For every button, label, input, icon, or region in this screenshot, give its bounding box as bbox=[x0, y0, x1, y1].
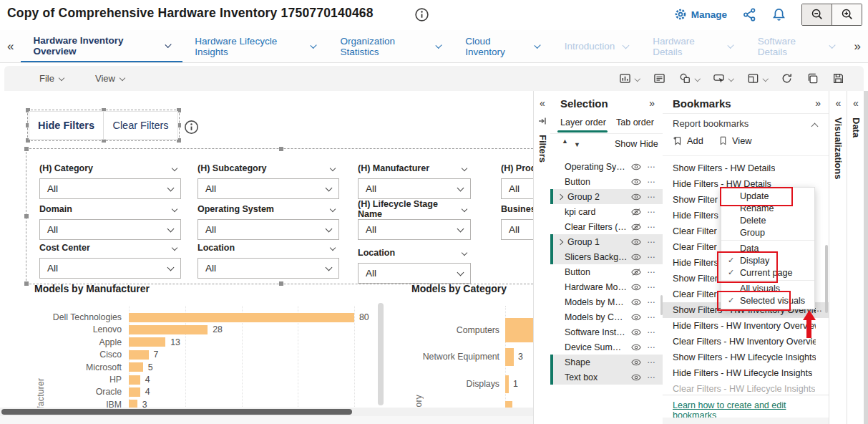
visibility-eye-icon[interactable] bbox=[631, 238, 641, 246]
layer-item-models-by-category[interactable]: Models by Category… bbox=[550, 309, 663, 324]
more-options-icon[interactable]: … bbox=[647, 220, 655, 230]
menu-item-selected-visuals[interactable]: ✓Selected visuals bbox=[721, 294, 814, 307]
visibility-eye-icon[interactable] bbox=[631, 178, 641, 186]
pin-pane-icon[interactable] bbox=[537, 116, 547, 126]
show-all-button[interactable]: Show bbox=[615, 139, 637, 149]
slicer-dropdown-h-subcategory[interactable]: All bbox=[198, 178, 339, 199]
menu-item-current-page[interactable]: ✓Current page bbox=[721, 266, 814, 279]
visibility-eye-icon[interactable] bbox=[631, 253, 641, 261]
tab-tab-order[interactable]: Tab order bbox=[616, 117, 654, 127]
layer-item-slicers-background-te[interactable]: Slicers Background Te...… bbox=[550, 249, 663, 264]
bar-oracle[interactable] bbox=[129, 387, 140, 397]
bar-cisco[interactable] bbox=[129, 350, 149, 360]
bookmark-show-filters-hw-lifecycle-insights-12[interactable]: Show Filters - HW Lifecycle Insights bbox=[663, 350, 829, 365]
more-options-icon[interactable]: … bbox=[647, 265, 655, 275]
view-menu[interactable]: View bbox=[95, 73, 125, 84]
page-tab-organization-statistics[interactable]: Organization Statistics bbox=[328, 30, 453, 62]
menu-item-data[interactable]: Data bbox=[721, 242, 814, 254]
slicer-dropdown-operating-system[interactable]: All bbox=[198, 219, 339, 240]
more-options-icon[interactable]: … bbox=[647, 355, 655, 365]
data-pane-collapsed[interactable]: « Data bbox=[847, 91, 864, 424]
chevron-down-icon[interactable] bbox=[694, 76, 700, 82]
layer-item-operating-system-su[interactable]: Operating System Su...… bbox=[550, 159, 663, 174]
chevron-down-icon[interactable] bbox=[165, 41, 172, 48]
visualizations-rail-label[interactable]: Visualizations bbox=[833, 117, 844, 179]
layer-item-models-by-manufact[interactable]: Models by Manufact...… bbox=[550, 294, 663, 309]
notifications-bell-icon[interactable] bbox=[772, 8, 786, 21]
bar-hp[interactable] bbox=[129, 375, 140, 385]
chevron-down-icon[interactable] bbox=[829, 42, 837, 49]
slicer-dropdown-h-lifecycle-stage-name[interactable]: All bbox=[358, 219, 471, 240]
visibility-eye-icon[interactable] bbox=[631, 373, 641, 382]
collapse-selection-pane-icon[interactable]: » bbox=[649, 97, 655, 109]
resize-handle[interactable] bbox=[279, 147, 283, 151]
move-layer-down-icon[interactable]: ▼ bbox=[574, 141, 580, 148]
visibility-eye-icon[interactable] bbox=[631, 328, 641, 337]
more-options-icon[interactable]: … bbox=[647, 295, 655, 305]
more-options-icon[interactable]: … bbox=[647, 340, 655, 350]
bar-displays[interactable] bbox=[505, 375, 509, 393]
expand-visualizations-icon[interactable]: « bbox=[834, 97, 843, 109]
share-icon[interactable] bbox=[743, 8, 756, 21]
slicer-dropdown-h-category[interactable]: All bbox=[39, 178, 181, 199]
page-tab-introduction[interactable]: Introduction bbox=[552, 30, 641, 62]
slicer-dropdown-h-manufacturer[interactable]: All bbox=[358, 178, 471, 199]
buttons-button[interactable] bbox=[709, 72, 737, 85]
bookmarks-scrollbar-thumb[interactable] bbox=[825, 245, 828, 313]
visibility-eye-icon[interactable] bbox=[631, 343, 641, 352]
chevron-down-icon[interactable] bbox=[172, 206, 177, 212]
slicer-dropdown-domain[interactable]: All bbox=[39, 219, 181, 240]
hide-all-button[interactable]: Hide bbox=[640, 139, 658, 149]
manage-button[interactable]: Manage bbox=[674, 8, 727, 21]
duplicate-page-button[interactable] bbox=[803, 72, 822, 85]
scroll-tabs-left-icon[interactable]: « bbox=[0, 30, 21, 62]
more-options-icon[interactable]: … bbox=[647, 160, 655, 170]
page-tab-hardware-lifecycle-insights[interactable]: Hardware Lifecycle Insights bbox=[182, 30, 328, 62]
expand-group-icon[interactable] bbox=[557, 193, 563, 199]
refresh-button[interactable] bbox=[777, 72, 796, 85]
resize-handle[interactable] bbox=[24, 147, 29, 151]
menu-item-group[interactable]: Group bbox=[721, 226, 814, 238]
chevron-down-icon[interactable] bbox=[623, 42, 630, 49]
zoom-in-button[interactable] bbox=[832, 4, 862, 25]
slicer-dropdown-h-product[interactable]: All bbox=[501, 178, 534, 199]
more-options-icon[interactable]: … bbox=[647, 205, 655, 215]
tab-layer-order[interactable]: Layer order bbox=[560, 117, 606, 127]
zoom-out-button[interactable] bbox=[802, 4, 832, 25]
expand-filters-icon[interactable]: « bbox=[538, 97, 547, 109]
resize-handle[interactable] bbox=[279, 281, 283, 286]
page-view-button[interactable] bbox=[743, 72, 771, 85]
layer-item-device-summary[interactable]: Device Summary… bbox=[550, 339, 663, 355]
chevron-down-icon[interactable] bbox=[330, 245, 336, 251]
slicer-dropdown-business-ser[interactable]: All bbox=[501, 219, 534, 240]
resize-handle[interactable] bbox=[24, 214, 29, 218]
collapse-section-icon[interactable] bbox=[811, 123, 819, 130]
chevron-down-icon[interactable] bbox=[635, 76, 640, 82]
page-tab-hardware-details[interactable]: Hardware Details bbox=[640, 30, 746, 62]
filters-rail-label[interactable]: Filters bbox=[537, 135, 548, 163]
layer-item-group-2[interactable]: Group 2… bbox=[550, 189, 663, 204]
info-icon[interactable] bbox=[414, 7, 429, 22]
chevron-down-icon[interactable] bbox=[462, 206, 467, 212]
layer-item-software-installed-on[interactable]: Software Installed on ...… bbox=[550, 324, 663, 339]
chevron-down-icon[interactable] bbox=[172, 245, 177, 251]
bar-network-equipment[interactable] bbox=[505, 348, 514, 366]
bookmark-hide-filters-hw-inventory-overview-10[interactable]: Hide Filters - HW Inventory Overview bbox=[663, 318, 829, 334]
more-options-icon[interactable]: … bbox=[647, 310, 655, 320]
bar-lenovo[interactable] bbox=[129, 325, 208, 334]
chevron-down-icon[interactable] bbox=[462, 250, 467, 256]
bar-microsoft[interactable] bbox=[129, 362, 143, 372]
more-options-icon[interactable]: … bbox=[647, 325, 655, 335]
layer-item-button[interactable]: Button… bbox=[550, 264, 663, 279]
insert-visual-button[interactable] bbox=[615, 72, 643, 85]
menu-item-delete[interactable]: Delete bbox=[721, 214, 814, 226]
visibility-eye-icon[interactable] bbox=[631, 358, 641, 367]
layer-item-shape[interactable]: Shape… bbox=[550, 355, 663, 370]
clear-filters-button[interactable]: Clear Filters bbox=[104, 112, 177, 139]
hide-filters-button[interactable]: Hide Filters bbox=[29, 112, 104, 139]
more-options-icon[interactable]: … bbox=[647, 370, 655, 380]
chevron-down-icon[interactable] bbox=[172, 165, 177, 171]
chevron-down-icon[interactable] bbox=[435, 42, 442, 49]
visibility-eye-icon[interactable] bbox=[631, 298, 641, 307]
layer-item-text-box[interactable]: Text box… bbox=[550, 370, 663, 385]
